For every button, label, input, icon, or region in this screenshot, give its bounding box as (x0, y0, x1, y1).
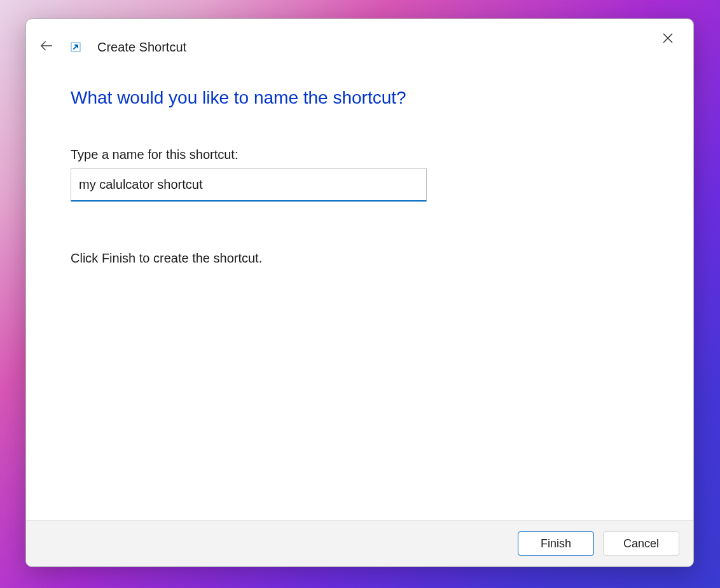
input-label: Type a name for this shortcut: (71, 147, 649, 162)
main-heading: What would you like to name the shortcut… (71, 88, 649, 108)
shortcut-overlay-icon (68, 39, 83, 55)
close-icon (663, 33, 673, 46)
create-shortcut-dialog: Create Shortcut What would you like to n… (25, 18, 694, 567)
dialog-footer: Finish Cancel (26, 520, 693, 566)
back-arrow-icon (39, 39, 53, 55)
dialog-title: Create Shortcut (97, 40, 186, 55)
dialog-header: Create Shortcut (26, 19, 693, 62)
close-button[interactable] (658, 29, 678, 50)
dialog-content: What would you like to name the shortcut… (26, 62, 693, 520)
finish-button[interactable]: Finish (518, 531, 594, 556)
back-button[interactable] (35, 36, 58, 58)
cancel-button[interactable]: Cancel (603, 531, 679, 556)
shortcut-name-input[interactable] (71, 168, 427, 202)
instruction-text: Click Finish to create the shortcut. (71, 251, 649, 266)
